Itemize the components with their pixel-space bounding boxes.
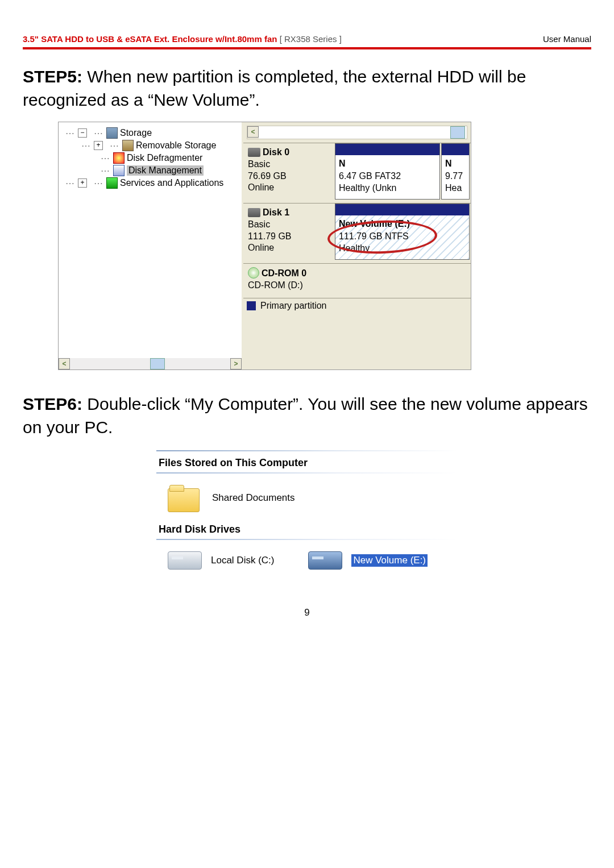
page-number: 9 xyxy=(23,607,591,618)
storage-icon xyxy=(106,127,118,139)
disk0-title: Disk 0 xyxy=(263,147,289,157)
tree-defrag-label: Disk Defragmenter xyxy=(127,153,202,163)
disk0-partition2[interactable]: N 9.77 Hea xyxy=(441,143,470,200)
tree-storage-label: Storage xyxy=(120,128,152,138)
disk1-type: Basic xyxy=(248,219,330,231)
disk0-p2-size: 9.77 xyxy=(445,170,466,182)
step5-label: STEP5: xyxy=(23,67,82,86)
cdrom-letter: CD-ROM (D:) xyxy=(248,280,466,292)
scroll-track[interactable] xyxy=(70,358,230,369)
disk-list-pane: < Disk 0 Basic 76.69 GB Online N xyxy=(243,122,471,369)
disk1-status: Online xyxy=(248,242,330,254)
tree-removable-label: Removable Storage xyxy=(136,140,216,151)
disk1-p1-name: New Volume (E:) xyxy=(339,218,466,230)
header-series: [ RX358 Series ] xyxy=(280,34,342,44)
disk0-size: 76.69 GB xyxy=(248,171,330,182)
shared-documents-label: Shared Documents xyxy=(212,492,295,504)
disk0-partition1[interactable]: N 6.47 GB FAT32 Healthy (Unkn xyxy=(335,143,440,200)
tree-scrollbar[interactable]: < > xyxy=(59,358,242,369)
disk0-p2-name: N xyxy=(445,157,466,170)
legend-swatch xyxy=(247,301,256,310)
disk1-p1-status: Healthy xyxy=(339,242,466,255)
header-rule xyxy=(23,47,591,49)
local-disk-item[interactable]: Local Disk (C:) xyxy=(168,551,274,570)
shared-documents-item[interactable]: Shared Documents xyxy=(156,481,458,522)
section-hard-disk-drives: Hard Disk Drives xyxy=(156,522,458,539)
disk1-p1-size: 111.79 GB NTFS xyxy=(339,230,466,243)
header-right: User Manual xyxy=(543,34,591,44)
tree-services[interactable]: ⋯+⋯ Services and Applications xyxy=(61,177,239,189)
disk1-partition1[interactable]: New Volume (E:) 111.79 GB NTFS Healthy xyxy=(335,203,470,260)
tree-storage[interactable]: ⋯−⋯ Storage xyxy=(61,127,239,139)
new-volume-item[interactable]: New Volume (E:) xyxy=(308,551,428,570)
defragmenter-icon xyxy=(113,152,125,164)
disk1-size: 111.79 GB xyxy=(248,231,330,243)
screenshot-disk-management: ⋯−⋯ Storage ⋯+⋯ Removable Storage ⋯ Disk… xyxy=(58,122,471,370)
disk1-title: Disk 1 xyxy=(263,207,289,217)
top-scrollbar[interactable]: < xyxy=(247,126,467,139)
legend-label: Primary partition xyxy=(260,301,326,311)
header-title: 3.5" SATA HDD to USB & eSATA Ext. Enclos… xyxy=(23,34,277,44)
services-icon xyxy=(106,177,118,189)
scroll-thumb[interactable] xyxy=(450,126,465,139)
tree-mgmt-label: Disk Management xyxy=(127,165,204,176)
disk1-row: Disk 1 Basic 111.79 GB Online New Volume… xyxy=(243,203,471,263)
disk0-p1-name: N xyxy=(339,157,436,170)
step6-paragraph: STEP6: Double-click “My Computer”. You w… xyxy=(23,393,591,439)
drive-icon xyxy=(168,551,202,570)
drive-icon xyxy=(308,551,342,570)
new-volume-label: New Volume (E:) xyxy=(351,554,428,567)
tree-defragmenter[interactable]: ⋯ Disk Defragmenter xyxy=(61,152,239,164)
removable-storage-icon xyxy=(122,140,134,151)
disk0-row: Disk 0 Basic 76.69 GB Online N 6.47 GB F… xyxy=(243,143,471,203)
step6-text: Double-click “My Computer”. You will see… xyxy=(23,394,588,437)
disk1-meta: Disk 1 Basic 111.79 GB Online xyxy=(243,203,335,263)
scroll-left-icon[interactable]: < xyxy=(247,126,259,138)
scroll-thumb[interactable] xyxy=(150,358,165,369)
page-header: 3.5" SATA HDD to USB & eSATA Ext. Enclos… xyxy=(23,34,591,44)
tree-services-label: Services and Applications xyxy=(120,178,223,188)
disk-management-icon xyxy=(113,165,125,176)
folder-icon xyxy=(168,485,198,511)
disk0-type: Basic xyxy=(248,159,330,171)
disk0-p1-status: Healthy (Unkn xyxy=(339,182,436,194)
step5-paragraph: STEP5: When new partition is completed, … xyxy=(23,65,591,111)
tree-disk-management[interactable]: ⋯ Disk Management xyxy=(61,164,239,177)
local-disk-label: Local Disk (C:) xyxy=(211,555,274,566)
disk0-meta: Disk 0 Basic 76.69 GB Online xyxy=(243,143,335,203)
disk0-p2-status: Hea xyxy=(445,182,466,194)
cdrom-icon xyxy=(248,267,259,279)
cdrom-meta: CD-ROM 0 CD-ROM (D:) xyxy=(243,264,471,298)
tree-removable-storage[interactable]: ⋯+⋯ Removable Storage xyxy=(61,139,239,152)
disk-icon xyxy=(248,148,260,157)
scroll-left-icon[interactable]: < xyxy=(59,358,70,369)
step5-text: When new partition is completed, the ext… xyxy=(23,67,526,109)
cdrom-row: CD-ROM 0 CD-ROM (D:) xyxy=(243,263,471,298)
section-files-stored: Files Stored on This Computer xyxy=(156,456,458,472)
disk-icon xyxy=(248,208,260,217)
legend: Primary partition xyxy=(243,298,471,313)
tree-pane: ⋯−⋯ Storage ⋯+⋯ Removable Storage ⋯ Disk… xyxy=(59,122,243,369)
scroll-right-icon[interactable]: > xyxy=(230,358,242,369)
cdrom-title: CD-ROM 0 xyxy=(262,268,306,278)
step6-label: STEP6: xyxy=(23,394,82,413)
screenshot-my-computer: Files Stored on This Computer Shared Doc… xyxy=(156,450,458,581)
disk0-status: Online xyxy=(248,182,330,194)
disk0-p1-size: 6.47 GB FAT32 xyxy=(339,170,436,182)
